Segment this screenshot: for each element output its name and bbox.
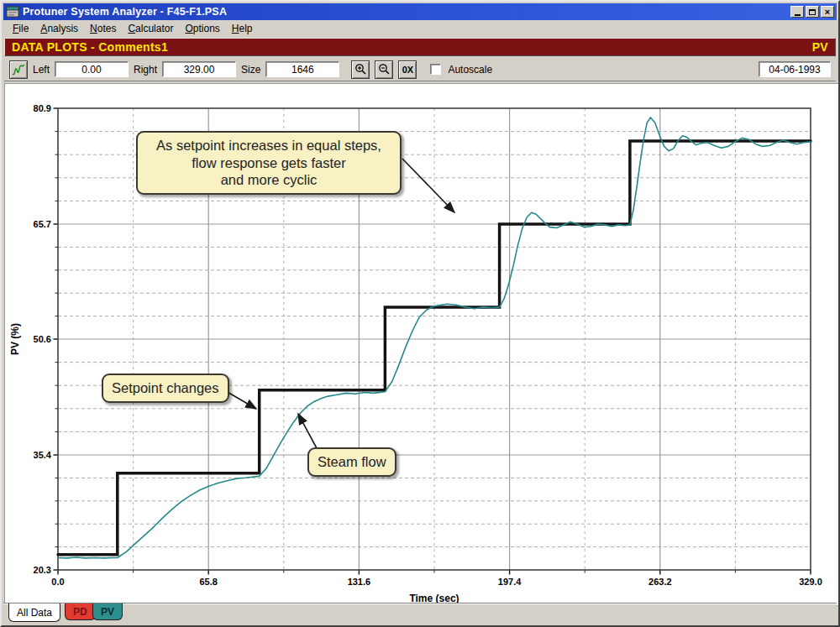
maximize-icon bbox=[809, 9, 816, 15]
x-tick-label: 263.2 bbox=[648, 577, 672, 587]
autoscale-label: Autoscale bbox=[448, 64, 492, 76]
plot-banner: DATA PLOTS - Comments1 PV bbox=[4, 38, 836, 56]
annotation-line: flow response gets faster bbox=[146, 154, 391, 172]
magnifier-plus-icon bbox=[354, 63, 367, 76]
tab-bar: All Data PD PV bbox=[3, 603, 837, 624]
annotation-steam-flow: Steam flow bbox=[307, 447, 396, 477]
annotation-line: and more cyclic bbox=[146, 171, 391, 189]
annotation-line: Setpoint changes bbox=[112, 379, 219, 397]
tab-all-data[interactable]: All Data bbox=[8, 603, 60, 622]
y-tick-label: 80.9 bbox=[34, 103, 51, 113]
x-tick-label: 329.0 bbox=[799, 577, 822, 587]
toolbar: Left Right Size 0X Autoscale 04-06-1993 bbox=[4, 58, 836, 81]
menu-calculator[interactable]: Calculator bbox=[122, 22, 179, 35]
annotation-arrow bbox=[298, 414, 317, 448]
size-input[interactable] bbox=[265, 61, 339, 77]
minimize-button[interactable] bbox=[790, 6, 804, 18]
size-label: Size bbox=[241, 64, 260, 76]
close-icon: × bbox=[825, 8, 830, 16]
menu-analysis[interactable]: Analysis bbox=[34, 22, 84, 35]
x-tick-label: 131.6 bbox=[348, 577, 371, 587]
y-tick-label: 35.4 bbox=[34, 450, 52, 460]
annotation-setpoint-changes: Setpoint changes bbox=[102, 374, 229, 403]
menu-bar: File Analysis Notes Calculator Options H… bbox=[3, 21, 837, 36]
plot-area: 20.335.450.665.780.90.065.8131.6197.4263… bbox=[4, 83, 839, 606]
menu-help[interactable]: Help bbox=[226, 22, 259, 35]
zoom-reset-button[interactable]: 0X bbox=[398, 60, 417, 79]
left-label: Left bbox=[33, 64, 50, 76]
banner-pv-label: PV bbox=[812, 40, 828, 54]
zoom-out-button[interactable] bbox=[375, 60, 393, 79]
x-tick-label: 197.4 bbox=[498, 577, 522, 587]
app-window: Protuner System Analyzer - F45-F1.PSA × … bbox=[0, 0, 840, 627]
annotation-arrow bbox=[226, 391, 256, 409]
menu-file[interactable]: File bbox=[7, 22, 34, 35]
chart-curve-icon bbox=[12, 63, 25, 76]
banner-title: DATA PLOTS - Comments1 bbox=[12, 40, 168, 54]
magnifier-minus-icon bbox=[378, 63, 391, 76]
maximize-button[interactable] bbox=[806, 6, 819, 18]
close-button[interactable]: × bbox=[821, 6, 834, 18]
title-bar[interactable]: Protuner System Analyzer - F45-F1.PSA × bbox=[3, 3, 837, 20]
y-tick-label: 20.3 bbox=[34, 565, 51, 575]
date-display: 04-06-1993 bbox=[759, 61, 831, 77]
annotation-line: As setpoint increases in equal steps, bbox=[146, 137, 391, 154]
plot-style-button[interactable] bbox=[9, 60, 28, 79]
y-tick-label: 50.6 bbox=[34, 334, 51, 344]
annotation-arrow bbox=[402, 159, 454, 212]
annotation-line: Steam flow bbox=[318, 453, 386, 471]
right-label: Right bbox=[134, 64, 157, 76]
window-controls: × bbox=[790, 6, 834, 18]
y-axis-title: PV (%) bbox=[9, 323, 21, 355]
autoscale-checkbox[interactable] bbox=[430, 64, 441, 75]
x-tick-label: 65.8 bbox=[199, 577, 217, 587]
tab-pd[interactable]: PD bbox=[65, 603, 96, 620]
chart: 20.335.450.665.780.90.065.8131.6197.4263… bbox=[5, 84, 838, 605]
right-input[interactable] bbox=[162, 61, 236, 77]
tab-pv[interactable]: PV bbox=[92, 603, 123, 620]
window-title: Protuner System Analyzer - F45-F1.PSA bbox=[23, 6, 790, 18]
left-input[interactable] bbox=[55, 61, 129, 77]
menu-notes[interactable]: Notes bbox=[84, 22, 122, 35]
zoom-in-button[interactable] bbox=[351, 60, 370, 79]
annotation-steps: As setpoint increases in equal steps, fl… bbox=[136, 131, 402, 195]
menu-options[interactable]: Options bbox=[179, 22, 225, 35]
x-tick-label: 0.0 bbox=[51, 577, 64, 587]
minimize-icon bbox=[795, 14, 801, 16]
y-tick-label: 65.7 bbox=[34, 219, 51, 229]
app-icon bbox=[6, 6, 19, 18]
